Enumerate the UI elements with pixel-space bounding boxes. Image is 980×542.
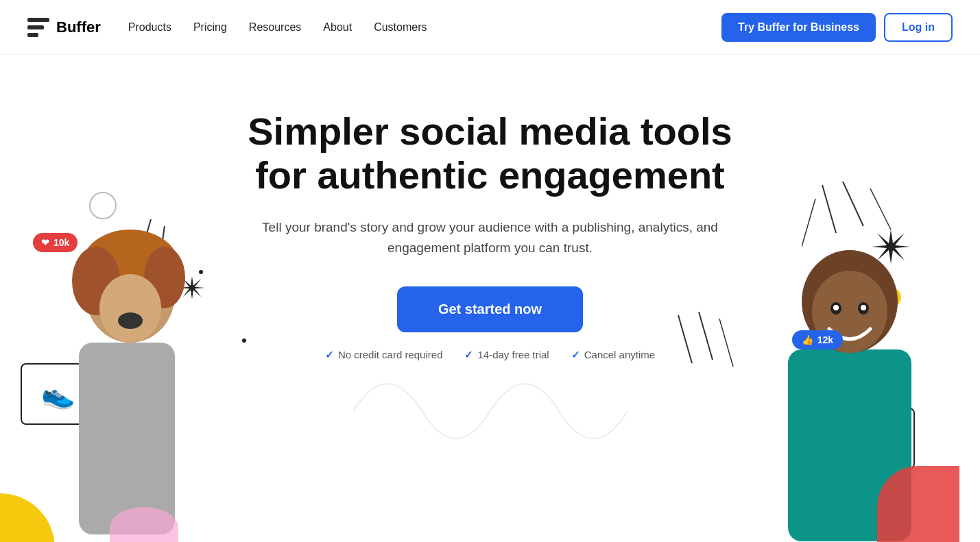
shoe-icon-right: 👟	[860, 423, 894, 455]
nav-right: Try Buffer for Business Log in	[721, 13, 953, 42]
trust-badges: ✓ No credit card required ✓ 14-day free …	[325, 349, 655, 361]
nav-left: Buffer Products Pricing Resources About …	[27, 18, 427, 37]
logo-text: Buffer	[56, 19, 101, 36]
svg-line-0	[137, 219, 151, 267]
nav-resources[interactable]: Resources	[249, 21, 301, 34]
trust-badge-3: ✓ Cancel anytime	[571, 349, 655, 361]
nav-products[interactable]: Products	[128, 21, 171, 34]
like-count-right: 12k	[817, 334, 833, 345]
red-shape	[877, 466, 959, 542]
hero-section: ❤ 10k 👍 12k 👟 👟 sold out	[0, 55, 980, 542]
like-badge-right: 👍 12k	[792, 330, 843, 349]
hero-subtitle: Tell your brand's story and grow your au…	[257, 217, 724, 259]
check-icon-2: ✓	[464, 349, 473, 361]
svg-line-4	[843, 182, 863, 226]
wave-decoration	[353, 343, 628, 480]
shoe-icon-left: 👟	[41, 378, 75, 410]
svg-line-5	[870, 188, 891, 230]
svg-point-17	[802, 250, 898, 353]
get-started-button[interactable]: Get started now	[397, 286, 583, 332]
heart-icon: ❤	[41, 237, 49, 248]
pink-shape	[110, 507, 178, 542]
svg-point-10	[81, 230, 180, 305]
svg-rect-13	[79, 343, 175, 534]
circle-decoration	[89, 192, 117, 219]
buffer-icon	[27, 18, 49, 37]
svg-point-11	[72, 247, 120, 315]
check-icon-3: ✓	[571, 349, 580, 361]
starburst-left	[178, 274, 206, 301]
deco-lines-left	[110, 212, 192, 295]
trust-badge-1: ✓ No credit card required	[325, 349, 443, 361]
svg-point-19	[830, 302, 841, 315]
svg-point-22	[861, 305, 866, 310]
trust-label-2: 14-day free trial	[477, 349, 549, 360]
svg-line-6	[802, 199, 815, 247]
thumbs-icon: 👍	[802, 334, 813, 345]
hero-title: Simpler social media tools for authentic…	[248, 110, 732, 198]
nav-links: Products Pricing Resources About Custome…	[128, 21, 427, 34]
svg-point-15	[118, 312, 143, 329]
check-icon-1: ✓	[325, 349, 334, 361]
svg-line-2	[117, 240, 130, 281]
navbar: Buffer Products Pricing Resources About …	[0, 0, 980, 55]
trust-label-3: Cancel anytime	[584, 349, 655, 360]
shoe-card-right: 👟	[839, 408, 915, 469]
black-dot-2	[242, 338, 246, 343]
svg-line-25	[719, 319, 733, 367]
svg-rect-16	[788, 349, 911, 541]
starburst-right	[870, 226, 911, 267]
svg-point-9	[86, 247, 175, 343]
svg-point-14	[99, 274, 161, 343]
person-right	[747, 212, 953, 542]
deco-lines-bottom-right	[671, 308, 740, 377]
svg-line-23	[678, 315, 692, 363]
like-badge-left: ❤ 10k	[33, 233, 77, 252]
nav-about[interactable]: About	[323, 21, 352, 34]
svg-line-1	[158, 226, 165, 274]
yellow-semicircle	[0, 493, 55, 542]
svg-point-18	[812, 271, 887, 353]
nav-pricing[interactable]: Pricing	[193, 21, 227, 34]
yellow-dot	[882, 288, 901, 307]
deco-lines-right-top	[802, 178, 925, 288]
black-dot-1	[199, 270, 203, 274]
shoe-card-left: 👟	[21, 363, 96, 425]
hero-title-line2: for authentic engagement	[255, 153, 725, 197]
svg-point-12	[144, 247, 185, 308]
login-button[interactable]: Log in	[884, 13, 953, 42]
svg-marker-8	[179, 276, 204, 299]
like-count-left: 10k	[53, 237, 69, 248]
svg-point-21	[833, 305, 839, 310]
svg-point-20	[858, 302, 869, 315]
svg-line-24	[699, 312, 713, 360]
hero-title-line1: Simpler social media tools	[248, 110, 732, 153]
logo[interactable]: Buffer	[27, 18, 101, 37]
svg-marker-7	[872, 230, 910, 264]
person-left	[41, 219, 213, 542]
sold-out-badge: sold out	[881, 468, 915, 480]
trust-label-1: No credit card required	[338, 349, 443, 360]
nav-customers[interactable]: Customers	[374, 21, 427, 34]
svg-line-3	[822, 185, 836, 233]
trust-badge-2: ✓ 14-day free trial	[464, 349, 549, 361]
try-buffer-business-button[interactable]: Try Buffer for Business	[721, 13, 876, 42]
